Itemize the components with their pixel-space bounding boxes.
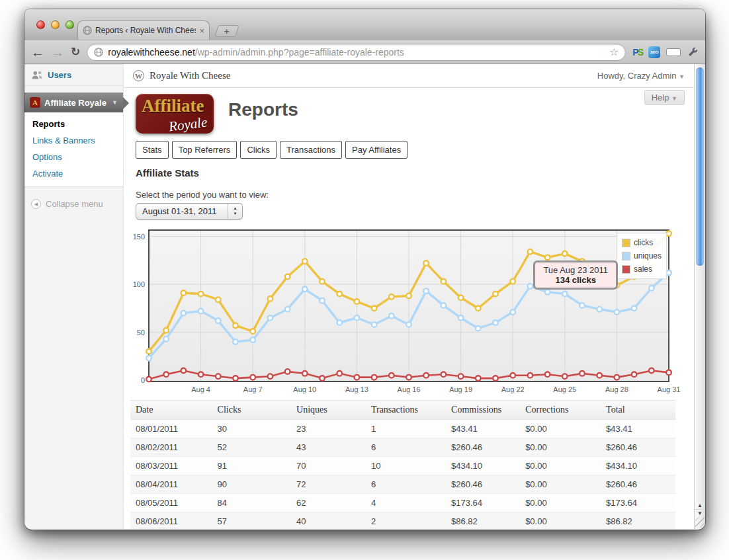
howdy-menu[interactable]: Howdy, Crazy Admin ▼	[597, 71, 685, 81]
howdy-chevron-icon: ▼	[679, 73, 685, 80]
point-sales	[406, 375, 411, 380]
column-header-commissions: Commissions	[446, 401, 520, 420]
minimize-window-button[interactable]	[51, 20, 60, 29]
seo-extension-icon[interactable]: SEO	[648, 46, 660, 58]
point-clicks	[320, 279, 325, 284]
forward-icon[interactable]: →	[51, 46, 64, 59]
tab-transactions[interactable]: Transactions	[280, 141, 342, 159]
point-sales	[372, 375, 377, 380]
table-cell: $0.00	[520, 475, 601, 494]
table-cell: 23	[291, 420, 366, 438]
favicon-globe-icon	[83, 26, 92, 35]
point-uniques	[615, 309, 620, 315]
affiliate-royale-logo: Affiliate Royale	[136, 94, 214, 134]
sidebar-item-links-banners[interactable]: Links & Banners	[24, 132, 123, 149]
sidebar-item-users[interactable]: Users	[24, 64, 123, 86]
page-body: Affiliate Royale Reports StatsTop Referr…	[124, 88, 694, 529]
point-sales	[649, 368, 654, 374]
column-header-corrections: Corrections	[520, 401, 601, 420]
affiliate-royale-submenu: ReportsLinks & BannersOptionsActivate	[24, 112, 123, 187]
point-clicks	[355, 299, 360, 304]
stats-chart-svg: 050100150Aug 4Aug 7Aug 10Aug 13Aug 16Aug…	[128, 229, 687, 396]
url-bar[interactable]: royalewithcheese.net/wp-admin/admin.php?…	[87, 44, 626, 61]
tab-close-icon[interactable]: ×	[199, 26, 204, 35]
table-cell: $434.10	[446, 457, 520, 475]
point-sales	[163, 372, 169, 378]
point-clicks	[493, 292, 498, 297]
column-header-total: Total	[601, 401, 675, 420]
url-path: /wp-admin/admin.php?page=affiliate-royal…	[195, 47, 404, 58]
resize-grip[interactable]	[695, 518, 705, 528]
logo-word-royale: Royale	[167, 114, 208, 136]
table-cell: 08/06/2011	[130, 512, 212, 530]
wordpress-logo-icon[interactable]: W	[133, 70, 144, 81]
table-cell: 72	[291, 475, 366, 494]
new-tab-button[interactable]: +	[214, 25, 239, 37]
chart-legend: clicksuniquessales	[617, 233, 667, 279]
sidebar-item-activate[interactable]: Activate	[24, 165, 123, 182]
wp-sidebar: Users A Affiliate Royale ▼ ReportsLinks …	[24, 64, 124, 529]
svg-text:Aug 13: Aug 13	[345, 385, 368, 393]
sidebar-item-reports[interactable]: Reports	[24, 116, 123, 132]
bookmark-star-icon[interactable]: ☆	[609, 46, 619, 58]
table-cell: 57	[212, 512, 291, 530]
page-action-icon[interactable]	[666, 48, 681, 56]
point-uniques	[528, 284, 533, 289]
sidebar-item-affiliate-royale[interactable]: A Affiliate Royale ▼	[24, 93, 123, 112]
table-cell: 30	[212, 420, 291, 438]
site-globe-icon	[94, 48, 103, 57]
reload-icon[interactable]: ↻	[71, 46, 80, 58]
point-uniques	[579, 303, 585, 308]
sidebar-users-label: Users	[48, 70, 71, 80]
table-cell: 08/01/2011	[130, 420, 212, 438]
collapse-menu-label: Collapse menu	[46, 199, 103, 209]
point-sales	[216, 374, 221, 379]
tab-pay-affiliates[interactable]: Pay Affiliates	[345, 141, 407, 159]
tab-stats[interactable]: Stats	[136, 141, 169, 159]
period-select-value: August 01-31, 2011	[136, 206, 228, 216]
close-window-button[interactable]	[36, 20, 45, 29]
help-button[interactable]: Help ▼	[644, 90, 685, 105]
period-select[interactable]: August 01-31, 2011 ▲ ▼	[136, 203, 243, 220]
table-cell: $173.64	[446, 494, 520, 512]
scroll-down-icon[interactable]: ▼	[695, 509, 705, 517]
affiliate-royale-icon: A	[30, 97, 40, 108]
pagespeed-extension-icon[interactable]: PS	[632, 47, 642, 58]
select-stepper-icon: ▲ ▼	[228, 204, 242, 219]
back-icon[interactable]: ←	[31, 46, 44, 59]
table-cell: 91	[212, 457, 291, 475]
collapse-menu-button[interactable]: ◀ Collapse menu	[24, 196, 123, 212]
table-cell: 6	[366, 475, 446, 494]
point-clicks	[528, 249, 533, 255]
browser-tab[interactable]: Reports ‹ Royale With Cheese ×	[77, 20, 210, 40]
url-host: royalewithcheese.net	[108, 47, 195, 58]
sidebar-item-options[interactable]: Options	[24, 149, 123, 165]
svg-text:Aug 28: Aug 28	[605, 385, 628, 393]
table-cell: 52	[212, 438, 291, 457]
legend-label: uniques	[634, 251, 662, 260]
stats-tabs: StatsTop ReferrersClicksTransactionsPay …	[136, 141, 694, 159]
column-header-uniques: Uniques	[291, 401, 366, 420]
chart-tooltip: Tue Aug 23 2011 134 clicks	[533, 260, 618, 290]
table-cell: $86.82	[446, 512, 520, 530]
tab-title: Reports ‹ Royale With Cheese	[95, 26, 196, 35]
tab-top-referrers[interactable]: Top Referrers	[172, 141, 237, 159]
site-name-link[interactable]: Royale With Cheese	[150, 70, 230, 81]
point-sales	[615, 375, 620, 380]
point-sales	[233, 376, 238, 381]
tab-clicks[interactable]: Clicks	[240, 141, 277, 159]
stats-chart: 050100150Aug 4Aug 7Aug 10Aug 13Aug 16Aug…	[128, 229, 687, 396]
scrollbar-thumb[interactable]	[696, 67, 704, 266]
svg-text:Aug 16: Aug 16	[398, 385, 421, 393]
table-cell: 40	[291, 512, 366, 530]
point-uniques	[458, 315, 464, 321]
scroll-up-icon[interactable]: ▲	[695, 502, 705, 509]
svg-text:100: 100	[133, 280, 145, 288]
wrench-menu-icon[interactable]	[687, 46, 699, 58]
zoom-window-button[interactable]	[65, 20, 74, 29]
logo-word-affiliate: Affiliate	[142, 96, 204, 116]
extension-icons: PS SEO	[632, 46, 699, 58]
window-scrollbar[interactable]: ▲ ▼	[694, 64, 705, 529]
window-titlebar[interactable]: Reports ‹ Royale With Cheese × +	[24, 9, 705, 40]
point-clicks	[389, 294, 394, 300]
